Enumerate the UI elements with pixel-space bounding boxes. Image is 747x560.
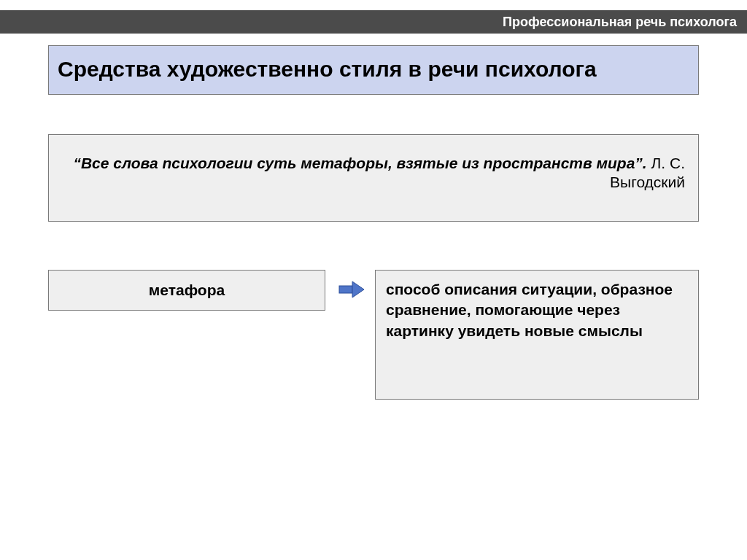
slide-title: Средства художественно стиля в речи псих…	[58, 56, 685, 82]
header-bar: Профессиональная речь психолога	[22, 10, 747, 34]
title-panel: Средства художественно стиля в речи псих…	[48, 45, 699, 95]
quote-text: “Все слова психологии суть метафоры, взя…	[62, 154, 685, 192]
quote-panel: “Все слова психологии суть метафоры, взя…	[48, 134, 699, 222]
arrow-right-icon	[338, 279, 367, 300]
term-panel: метафора	[48, 270, 325, 311]
svg-marker-1	[352, 281, 364, 298]
header-label: Профессиональная речь психолога	[503, 15, 737, 30]
term-label: метафора	[149, 281, 225, 299]
quote-body: “Все слова психологии суть метафоры, взя…	[73, 155, 646, 171]
definition-panel: способ описания ситуации, образное сравн…	[375, 270, 699, 400]
svg-rect-0	[339, 286, 352, 293]
definition-text: способ описания ситуации, образное сравн…	[386, 281, 673, 339]
top-accent-strip	[0, 10, 22, 34]
